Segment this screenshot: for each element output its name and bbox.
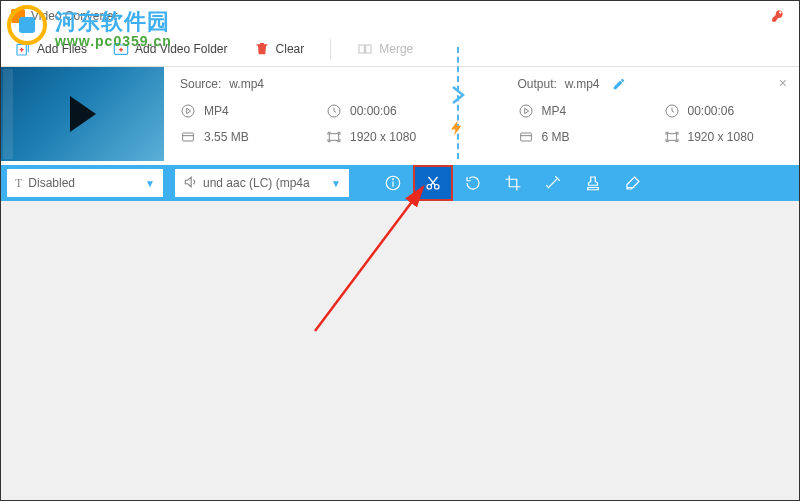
- merge-button: Merge: [357, 41, 413, 57]
- filesize-icon: [518, 129, 534, 145]
- output-size: 6 MB: [542, 130, 570, 144]
- output-duration: 00:00:06: [688, 104, 735, 118]
- resolution-icon: [326, 129, 342, 145]
- register-key-icon[interactable]: [771, 9, 785, 23]
- svg-point-9: [182, 105, 194, 117]
- svg-marker-10: [187, 108, 191, 113]
- svg-rect-18: [667, 134, 676, 141]
- video-item-row: × Source: w.mp4 MP4: [1, 67, 799, 165]
- subtitle-value: Disabled: [28, 176, 75, 190]
- output-column: Output: w.mp4 MP4 00:00:06: [482, 77, 784, 155]
- svg-point-14: [520, 105, 532, 117]
- audio-value: und aac (LC) (mp4a: [203, 176, 310, 190]
- effects-wand-button[interactable]: [533, 165, 573, 201]
- source-column: Source: w.mp4 MP4 00:00:06: [180, 77, 482, 155]
- source-duration: 00:00:06: [350, 104, 397, 118]
- play-icon: [70, 96, 96, 132]
- chevron-down-icon: ▼: [331, 178, 341, 189]
- chevron-down-icon: ▼: [145, 178, 155, 189]
- resolution-icon: [664, 129, 680, 145]
- output-label: Output:: [518, 77, 557, 91]
- crop-button[interactable]: [493, 165, 533, 201]
- filesize-icon: [180, 129, 196, 145]
- svg-point-21: [393, 179, 394, 180]
- source-filename: w.mp4: [229, 77, 264, 91]
- svg-line-24: [315, 187, 423, 331]
- source-size: 3.55 MB: [204, 130, 249, 144]
- app-title: Video Converter: [31, 9, 118, 23]
- merge-icon: [357, 41, 373, 57]
- action-bar: T Disabled ▼ und aac (LC) (mp4a ▼: [1, 165, 799, 201]
- output-filename: w.mp4: [565, 77, 600, 91]
- info-button[interactable]: [373, 165, 413, 201]
- add-folder-icon: [113, 41, 129, 57]
- clear-label: Clear: [276, 42, 305, 56]
- toolbar: Add Files Add Video Folder Clear Merge: [1, 31, 799, 67]
- format-icon: [518, 103, 534, 119]
- rotate-button[interactable]: [453, 165, 493, 201]
- clock-icon: [326, 103, 342, 119]
- audio-dropdown[interactable]: und aac (LC) (mp4a ▼: [175, 169, 349, 197]
- trim-scissors-button[interactable]: [413, 165, 453, 201]
- info-panel: × Source: w.mp4 MP4: [164, 67, 799, 165]
- svg-marker-15: [524, 108, 528, 113]
- subtitle-t-icon: T: [15, 176, 22, 191]
- subtitle-edit-button[interactable]: [613, 165, 653, 201]
- output-format: MP4: [542, 104, 567, 118]
- merge-label: Merge: [379, 42, 413, 56]
- format-icon: [180, 103, 196, 119]
- source-format: MP4: [204, 104, 229, 118]
- add-folder-button[interactable]: Add Video Folder: [113, 41, 228, 57]
- convert-arrow-icon: [445, 83, 469, 111]
- annotation-arrow: [295, 181, 475, 341]
- add-files-label: Add Files: [37, 42, 87, 56]
- titlebar: Video Converter: [1, 1, 799, 31]
- source-resolution: 1920 x 1080: [350, 130, 416, 144]
- svg-rect-17: [520, 133, 531, 141]
- edit-pencil-icon[interactable]: [612, 77, 626, 91]
- video-thumbnail[interactable]: [1, 67, 164, 161]
- clear-button[interactable]: Clear: [254, 41, 305, 57]
- subtitle-dropdown[interactable]: T Disabled ▼: [7, 169, 163, 197]
- add-files-icon: [15, 41, 31, 57]
- app-icon: [11, 9, 25, 23]
- add-files-button[interactable]: Add Files: [15, 41, 87, 57]
- watermark-stamp-button[interactable]: [573, 165, 613, 201]
- svg-rect-13: [329, 134, 338, 141]
- svg-rect-8: [366, 45, 371, 53]
- clock-icon: [664, 103, 680, 119]
- output-resolution: 1920 x 1080: [688, 130, 754, 144]
- trash-icon: [254, 41, 270, 57]
- svg-rect-7: [359, 45, 364, 53]
- svg-rect-12: [183, 133, 194, 141]
- add-folder-label: Add Video Folder: [135, 42, 228, 56]
- lightning-icon: [448, 119, 466, 137]
- speaker-icon: [183, 175, 197, 192]
- source-label: Source:: [180, 77, 221, 91]
